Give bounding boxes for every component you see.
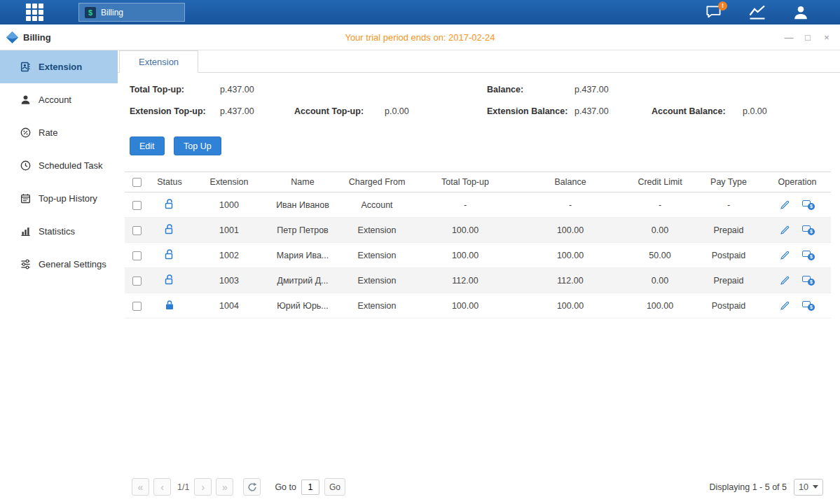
billing-app-icon: $: [85, 7, 96, 18]
refresh-icon[interactable]: [243, 478, 261, 496]
minimize-button[interactable]: —: [784, 32, 794, 43]
cell-charged-from: Extension: [338, 293, 416, 318]
tab-extension[interactable]: Extension: [119, 50, 198, 73]
sidebar: Extension Account Rate Scheduled Task To…: [0, 50, 118, 504]
table-row: 1002 Мария Ива... Extension 100.00 100.0…: [125, 243, 831, 268]
sidebar-item-label: Top-up History: [39, 193, 97, 204]
maximize-button[interactable]: □: [803, 32, 813, 43]
col-credit-limit: Credit Limit: [626, 172, 694, 192]
apps-grid-icon[interactable]: [26, 4, 43, 21]
first-page-button[interactable]: «: [132, 478, 149, 496]
cell-credit-limit: 0.00: [626, 268, 694, 293]
select-all-checkbox[interactable]: [132, 178, 142, 187]
row-checkbox[interactable]: [132, 251, 142, 260]
topup-icon[interactable]: $: [802, 225, 815, 235]
page-size-select[interactable]: 10: [794, 479, 823, 496]
edit-icon[interactable]: [780, 200, 790, 210]
edit-icon[interactable]: [780, 250, 790, 260]
cell-pay-type: Prepaid: [694, 268, 764, 293]
sidebar-item-account[interactable]: Account: [0, 83, 118, 116]
col-extension: Extension: [191, 172, 268, 192]
sliders-icon: [20, 259, 31, 270]
clock-icon: [20, 160, 31, 171]
rate-icon: [20, 127, 31, 138]
go-button[interactable]: Go: [324, 478, 345, 496]
cell-name: Мария Ива...: [268, 243, 338, 268]
sidebar-item-label: Extension: [39, 62, 82, 72]
cell-credit-limit: 0.00: [626, 218, 694, 243]
user-icon[interactable]: [792, 4, 809, 21]
last-page-button[interactable]: »: [216, 478, 233, 496]
summary-account-topup: Account Top-up: p.0.00: [294, 105, 487, 118]
table-header-row: Status Extension Name Charged From Total…: [125, 172, 831, 192]
taskbar-tab-label: Billing: [101, 8, 123, 18]
edit-button[interactable]: Edit: [130, 136, 165, 155]
cell-total-topup: -: [416, 192, 514, 218]
table-row: 1001 Петр Петров Extension 100.00 100.00…: [125, 218, 831, 243]
lock-open-icon: [165, 227, 174, 237]
col-pay-type: Pay Type: [694, 172, 764, 192]
prev-page-button[interactable]: ‹: [153, 478, 171, 496]
edit-icon[interactable]: [780, 300, 790, 311]
sidebar-item-topup-history[interactable]: Top-up History: [0, 182, 118, 215]
summary-account-balance: Account Balance: p.0.00: [652, 105, 767, 118]
next-page-button[interactable]: ›: [194, 478, 212, 496]
goto-label: Go to: [275, 482, 296, 492]
sidebar-item-general-settings[interactable]: General Settings: [0, 248, 118, 281]
sidebar-item-label: General Settings: [39, 259, 106, 270]
window-content: Extension Account Rate Scheduled Task To…: [0, 50, 840, 504]
sidebar-item-extension[interactable]: Extension: [0, 50, 118, 83]
sidebar-item-label: Account: [39, 94, 71, 105]
edit-icon[interactable]: [780, 225, 790, 235]
close-button[interactable]: ×: [822, 32, 832, 43]
cell-pay-type: Postpaid: [694, 243, 764, 268]
cell-name: Дмитрий Д...: [268, 268, 338, 293]
trial-notice: Your trial period ends on: 2017-02-24: [345, 32, 495, 43]
select-all-cell: [125, 172, 149, 192]
cell-charged-from: Extension: [338, 243, 416, 268]
edit-icon[interactable]: [780, 275, 790, 286]
top-up-button[interactable]: Top Up: [174, 136, 221, 155]
row-checkbox[interactable]: [132, 226, 142, 235]
chat-icon[interactable]: !: [705, 4, 722, 20]
topup-icon[interactable]: $: [802, 275, 815, 286]
col-balance: Balance: [514, 172, 626, 192]
billing-taskbar-tab[interactable]: $ Billing: [78, 3, 185, 22]
lock-open-icon: [165, 202, 174, 211]
sidebar-item-rate[interactable]: Rate: [0, 116, 118, 149]
page-size-value: 10: [799, 482, 808, 492]
topup-icon[interactable]: $: [802, 200, 815, 210]
cell-balance: -: [514, 192, 626, 218]
summary-balance: Balance: p.437.00: [487, 83, 609, 96]
window-controls: — □ ×: [784, 32, 832, 43]
bar-chart-icon: [20, 226, 31, 237]
pagination-summary: Displaying 1 - 5 of 5 10: [710, 479, 823, 496]
cell-total-topup: 112.00: [416, 268, 514, 293]
page-indicator: 1/1: [177, 482, 189, 492]
top-bar: $ Billing !: [0, 0, 840, 24]
lock-open-icon: [165, 252, 174, 262]
col-status: Status: [149, 172, 191, 192]
sidebar-item-label: Scheduled Task: [39, 160, 103, 171]
chart-icon[interactable]: [748, 4, 766, 20]
topbar-status-icons: !: [705, 0, 809, 24]
window-title: Billing: [23, 32, 51, 43]
row-checkbox[interactable]: [132, 276, 142, 286]
goto-page-input[interactable]: [301, 479, 319, 495]
topup-icon[interactable]: $: [802, 250, 815, 260]
col-charged-from: Charged From: [338, 172, 416, 192]
row-checkbox[interactable]: [132, 201, 142, 210]
cell-total-topup: 100.00: [416, 293, 514, 318]
lock-open-icon: [165, 277, 174, 287]
sidebar-item-scheduled-task[interactable]: Scheduled Task: [0, 149, 118, 182]
row-checkbox[interactable]: [132, 302, 142, 311]
cell-extension: 1000: [191, 192, 268, 218]
topup-icon[interactable]: $: [802, 300, 815, 311]
cell-balance: 100.00: [514, 293, 626, 318]
col-name: Name: [268, 172, 338, 192]
billing-logo-icon: [6, 31, 19, 44]
cell-balance: 100.00: [514, 218, 626, 243]
sidebar-item-statistics[interactable]: Statistics: [0, 215, 118, 248]
summary-extension-topup: Extension Top-up: p.437.00: [130, 105, 294, 118]
cell-credit-limit: 50.00: [626, 243, 694, 268]
